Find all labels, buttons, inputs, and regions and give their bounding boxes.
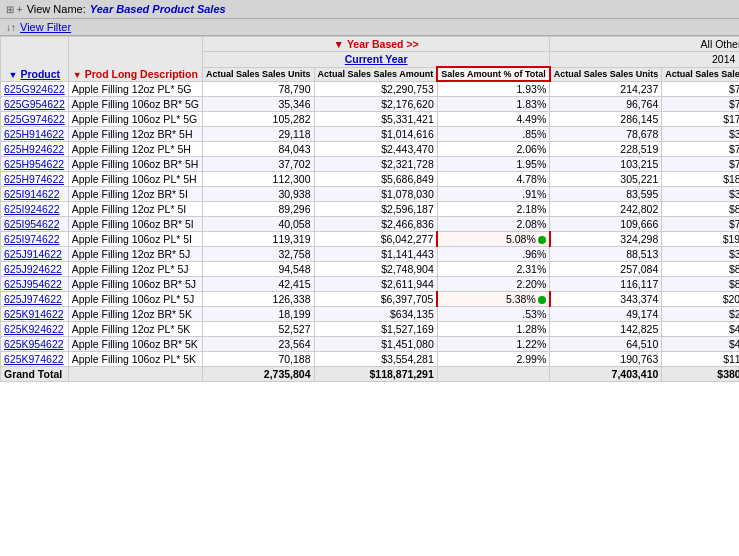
units2-cell: 190,763 bbox=[550, 352, 662, 367]
grand-total-amount1: $118,871,291 bbox=[314, 367, 437, 382]
units2-cell: 103,215 bbox=[550, 157, 662, 172]
product-cell[interactable]: 625H914622 bbox=[1, 127, 69, 142]
view-filter-label[interactable]: View Filter bbox=[20, 21, 71, 33]
amount2-cell: $20,567,650 bbox=[662, 292, 739, 307]
amount2-cell: $18,282,355 bbox=[662, 172, 739, 187]
table-row: 625I954622 Apple Filling 106oz BR* 5I 40… bbox=[1, 217, 740, 232]
desc-cell: Apple Filling 106oz PL* 5H bbox=[68, 172, 202, 187]
product-cell[interactable]: 625H954622 bbox=[1, 157, 69, 172]
product-cell[interactable]: 625I974622 bbox=[1, 232, 69, 247]
product-cell[interactable]: 625I954622 bbox=[1, 217, 69, 232]
amount1-cell: $2,321,728 bbox=[314, 157, 437, 172]
actual-sales-amount-2-header: Actual Sales Sales Amount bbox=[662, 67, 739, 81]
units2-cell: 305,221 bbox=[550, 172, 662, 187]
product-cell[interactable]: 625K954622 bbox=[1, 337, 69, 352]
grand-total-units1: 2,735,804 bbox=[202, 367, 314, 382]
units1-cell: 105,282 bbox=[202, 112, 314, 127]
pct1-cell: .96% bbox=[437, 247, 550, 262]
product-cell[interactable]: 625J924622 bbox=[1, 262, 69, 277]
units1-cell: 126,338 bbox=[202, 292, 314, 307]
table-row: 625J954622 Apple Filling 106oz BR* 5J 42… bbox=[1, 277, 740, 292]
pct1-cell: 1.22% bbox=[437, 337, 550, 352]
units2-cell: 214,237 bbox=[550, 81, 662, 97]
units1-cell: 42,415 bbox=[202, 277, 314, 292]
units1-cell: 52,527 bbox=[202, 322, 314, 337]
view-name-value: Year Based Product Sales bbox=[90, 3, 226, 15]
desc-cell: Apple Filling 12oz PL* 5H bbox=[68, 142, 202, 157]
units1-cell: 94,548 bbox=[202, 262, 314, 277]
pct1-cell: 2.20% bbox=[437, 277, 550, 292]
desc-cell: Apple Filling 12oz PL* 5I bbox=[68, 202, 202, 217]
desc-cell: Apple Filling 106oz BR* 5H bbox=[68, 157, 202, 172]
product-cell[interactable]: 625I924622 bbox=[1, 202, 69, 217]
table-row: 625G974622 Apple Filling 106oz PL* 5G 10… bbox=[1, 112, 740, 127]
units1-cell: 30,938 bbox=[202, 187, 314, 202]
pct1-cell: 4.49% bbox=[437, 112, 550, 127]
table-row: 625G954622 Apple Filling 106oz BR* 5G 35… bbox=[1, 97, 740, 112]
amount1-cell: $634,135 bbox=[314, 307, 437, 322]
product-cell[interactable]: 625G974622 bbox=[1, 112, 69, 127]
amount1-cell: $2,443,470 bbox=[314, 142, 437, 157]
units1-cell: 78,790 bbox=[202, 81, 314, 97]
units2-cell: 78,678 bbox=[550, 127, 662, 142]
desc-col-label: Prod Long Description bbox=[85, 68, 198, 80]
product-cell[interactable]: 625H974622 bbox=[1, 172, 69, 187]
table-row: 625K924622 Apple Filling 12oz PL* 5K 52,… bbox=[1, 322, 740, 337]
product-sort-icon: Product bbox=[20, 68, 60, 80]
units2-cell: 83,595 bbox=[550, 187, 662, 202]
all-others-header: All Others bbox=[550, 37, 739, 52]
table-container: ▼ Product ▼ Prod Long Description ▼ Year… bbox=[0, 36, 739, 548]
amount1-cell: $1,014,616 bbox=[314, 127, 437, 142]
amount1-cell: $5,331,421 bbox=[314, 112, 437, 127]
units2-cell: 242,802 bbox=[550, 202, 662, 217]
units1-cell: 119,319 bbox=[202, 232, 314, 247]
amount1-cell: $1,078,030 bbox=[314, 187, 437, 202]
desc-cell: Apple Filling 12oz BR* 5J bbox=[68, 247, 202, 262]
desc-cell: Apple Filling 106oz PL* 5I bbox=[68, 232, 202, 247]
product-cell[interactable]: 625H924622 bbox=[1, 142, 69, 157]
table-row: 625I914622 Apple Filling 12oz BR* 5I 30,… bbox=[1, 187, 740, 202]
current-year-header[interactable]: Current Year bbox=[202, 52, 549, 68]
year-based-label[interactable]: Year Based >> bbox=[347, 38, 419, 50]
current-year-label[interactable]: Current Year bbox=[345, 53, 408, 65]
product-cell[interactable]: 625J914622 bbox=[1, 247, 69, 262]
units1-cell: 37,702 bbox=[202, 157, 314, 172]
highlight-indicator bbox=[538, 296, 546, 304]
table-row: 625K914622 Apple Filling 12oz BR* 5K 18,… bbox=[1, 307, 740, 322]
product-cell[interactable]: 625K924622 bbox=[1, 322, 69, 337]
filter-bar[interactable]: ↓↑ View Filter bbox=[0, 19, 739, 36]
amount2-cell: $7,854,080 bbox=[662, 142, 739, 157]
product-cell[interactable]: 625G924622 bbox=[1, 81, 69, 97]
units2-cell: 64,510 bbox=[550, 337, 662, 352]
amount2-cell: $2,029,179 bbox=[662, 307, 739, 322]
grand-total-label: Grand Total bbox=[1, 367, 69, 382]
header-row-1: ▼ Product ▼ Prod Long Description ▼ Year… bbox=[1, 37, 740, 52]
product-cell[interactable]: 625I914622 bbox=[1, 187, 69, 202]
product-cell[interactable]: 625J954622 bbox=[1, 277, 69, 292]
table-row: 625K954622 Apple Filling 106oz BR* 5K 23… bbox=[1, 337, 740, 352]
units2-cell: 49,174 bbox=[550, 307, 662, 322]
amount2-cell: $7,032,344 bbox=[662, 97, 739, 112]
units2-cell: 109,666 bbox=[550, 217, 662, 232]
pct1-cell: 1.95% bbox=[437, 157, 550, 172]
title-bar: ⊞ + View Name: Year Based Product Sales bbox=[0, 0, 739, 19]
amount2-cell: $17,139,708 bbox=[662, 112, 739, 127]
product-cell[interactable]: 625G954622 bbox=[1, 97, 69, 112]
pct1-cell: .85% bbox=[437, 127, 550, 142]
units2-cell: 257,084 bbox=[550, 262, 662, 277]
table-row: 625I924622 Apple Filling 12oz PL* 5I 89,… bbox=[1, 202, 740, 217]
grand-total-amount2: $380,831,906 bbox=[662, 367, 739, 382]
product-cell[interactable]: 625K914622 bbox=[1, 307, 69, 322]
product-cell[interactable]: 625K974622 bbox=[1, 352, 69, 367]
pct1-cell: 2.99% bbox=[437, 352, 550, 367]
pct1-cell: 5.38% bbox=[437, 292, 550, 307]
desc-cell: Apple Filling 106oz BR* 5J bbox=[68, 277, 202, 292]
year-based-header[interactable]: ▼ Year Based >> bbox=[202, 37, 549, 52]
desc-cell: Apple Filling 12oz PL* 5K bbox=[68, 322, 202, 337]
pct1-cell: 2.18% bbox=[437, 202, 550, 217]
desc-cell: Apple Filling 12oz PL* 5G bbox=[68, 81, 202, 97]
table-row: 625J974622 Apple Filling 106oz PL* 5J 12… bbox=[1, 292, 740, 307]
pct1-cell: 1.83% bbox=[437, 97, 550, 112]
product-cell[interactable]: 625J974622 bbox=[1, 292, 69, 307]
pct1-cell: 2.08% bbox=[437, 217, 550, 232]
